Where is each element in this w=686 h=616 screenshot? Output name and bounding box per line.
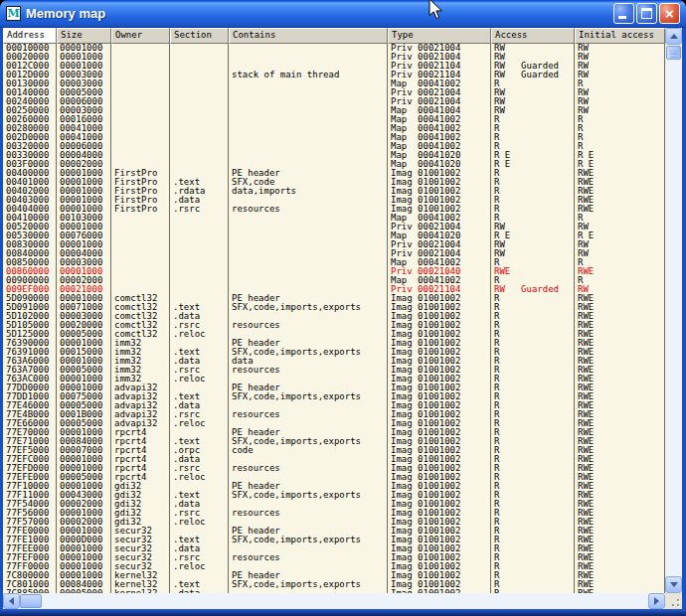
cell-initial-access: RWE [575, 375, 665, 384]
column-header-initial-access[interactable]: Initial access [575, 28, 665, 44]
minimize-button[interactable] [613, 3, 634, 24]
column-header-section[interactable]: Section [170, 28, 229, 44]
memory-row[interactable]: 00330000 00004000 Map 00041020 R E R E [3, 151, 665, 160]
cell-type: Imag 01001002 [388, 169, 491, 178]
memory-row[interactable]: 77EF5000 00007000 rpcrt4 .orpc code Imag… [3, 446, 665, 455]
memory-row[interactable]: 00130000 00003000 Map 00041002 R R [3, 79, 665, 88]
memory-row[interactable]: 77F11000 00043000 gdi32 .text SFX,code,i… [3, 491, 665, 500]
cell-section: .text [170, 491, 229, 500]
column-header-type[interactable]: Type [388, 28, 491, 44]
cell-access: R [491, 473, 575, 482]
column-header-owner[interactable]: Owner [111, 28, 170, 44]
memory-row[interactable]: 00401000 00001000 FirstPro .text SFX,cod… [3, 178, 665, 187]
memory-row[interactable]: 0012D000 00003000 stack of main thread P… [3, 71, 665, 79]
cell-size: 00075000 [57, 392, 111, 401]
scroll-up-button[interactable] [665, 28, 682, 45]
scroll-left-button[interactable] [3, 593, 20, 609]
memory-row[interactable]: 00860000 00001000 Priv 00021040 RWE RWE [3, 267, 665, 276]
memory-row[interactable]: 77E4B000 0001B000 advapi32 .rsrc resourc… [3, 410, 665, 419]
memory-row[interactable]: 00403000 00001000 FirstPro .data Imag 01… [3, 196, 665, 205]
cell-size: 00001000 [57, 294, 111, 303]
resize-grip[interactable] [665, 593, 682, 609]
memory-row[interactable]: 7C800000 00001000 kernel32 PE header Ima… [3, 571, 665, 580]
cell-section: .data [170, 455, 229, 464]
column-header-size[interactable]: Size [57, 28, 111, 44]
horizontal-scroll-thumb[interactable] [20, 594, 42, 608]
memory-row[interactable]: 77F57000 00002000 gdi32 .reloc Imag 0100… [3, 518, 665, 527]
memory-row[interactable]: 5D105000 00020000 comctl32 .rsrc resourc… [3, 321, 665, 330]
vertical-scroll-thumb[interactable] [666, 46, 681, 60]
cell-address: 763AC000 [3, 375, 57, 384]
memory-row[interactable]: 00402000 00001000 FirstPro .rdata data,i… [3, 187, 665, 196]
memory-row[interactable]: 77EFD000 00001000 rpcrt4 .rsrc resources… [3, 464, 665, 473]
memory-row[interactable]: 77E46000 00005000 advapi32 .data Imag 01… [3, 401, 665, 410]
memory-row[interactable]: 77F56000 00001000 gdi32 .rsrc resources … [3, 509, 665, 518]
maximize-button[interactable] [636, 3, 657, 24]
cell-owner [111, 133, 170, 142]
memory-row[interactable]: 763A6000 00001000 imm32 .data data Imag … [3, 357, 665, 366]
scroll-down-button[interactable] [665, 576, 682, 593]
memory-row[interactable]: 00400000 00001000 FirstPro PE header Ima… [3, 169, 665, 178]
memory-row[interactable]: 77FEE000 00001000 secur32 .data Imag 010… [3, 544, 665, 553]
memory-row[interactable]: 77FE1000 0000D000 secur32 .text SFX,code… [3, 536, 665, 544]
memory-row[interactable]: 00250000 00003000 Map 00041004 RW RW [3, 106, 665, 115]
cell-type: Imag 01001002 [388, 482, 491, 491]
memory-row[interactable]: 763A7000 00005000 imm32 .rsrc resources … [3, 366, 665, 375]
memory-row[interactable]: 002D0000 00041000 Map 00041002 R R [3, 133, 665, 142]
memory-row[interactable]: 7C801000 00084000 kernel32 .text SFX,cod… [3, 580, 665, 589]
memory-row[interactable]: 77FF0000 00001000 secur32 .reloc Imag 01… [3, 562, 665, 571]
column-header-address[interactable]: Address [3, 28, 57, 44]
cell-access: RW Guarded [491, 62, 575, 71]
memory-row[interactable]: 00410000 00103000 Map 00041002 R R [3, 214, 665, 223]
memory-row[interactable]: 5D102000 00003000 comctl32 .data Imag 01… [3, 312, 665, 321]
close-button[interactable]: × [659, 3, 680, 24]
memory-row[interactable]: 77FE0000 00001000 secur32 PE header Imag… [3, 527, 665, 536]
memory-row[interactable]: 00900000 00002000 Map 00041002 R R [3, 276, 665, 285]
memory-row[interactable]: 00260000 00016000 Map 00041002 R R [3, 115, 665, 124]
column-header-access[interactable]: Access [491, 28, 575, 44]
memory-row[interactable]: 00280000 00041000 Map 00041002 R R [3, 124, 665, 133]
cell-size: 00006000 [57, 142, 111, 151]
memory-row[interactable]: 77EFC000 00001000 rpcrt4 .data Imag 0100… [3, 455, 665, 464]
memory-row[interactable]: 00240000 00006000 Priv 00021004 RW RW [3, 97, 665, 106]
memory-row[interactable]: 77E71000 00084000 rpcrt4 .text SFX,code,… [3, 437, 665, 446]
memory-row[interactable]: 5D090000 00001000 comctl32 PE header Ima… [3, 294, 665, 303]
memory-row[interactable]: 00520000 00001000 Priv 00021004 RW RW [3, 223, 665, 231]
memory-row[interactable]: 77E70000 00001000 rpcrt4 PE header Imag … [3, 428, 665, 437]
memory-row[interactable]: 77E66000 00005000 advapi32 .reloc Imag 0… [3, 419, 665, 428]
memory-row[interactable]: 5D125000 00005000 comctl32 .reloc Imag 0… [3, 330, 665, 339]
title-bar[interactable]: M Memory map × [0, 0, 686, 28]
memory-row[interactable]: 00840000 00004000 Priv 00021004 RW RW [3, 249, 665, 258]
memory-row[interactable]: 76390000 00001000 imm32 PE header Imag 0… [3, 339, 665, 348]
cell-address: 77E71000 [3, 437, 57, 446]
memory-row[interactable]: 76391000 00015000 imm32 .text SFX,code,i… [3, 348, 665, 357]
vertical-scrollbar[interactable] [665, 28, 682, 593]
horizontal-scrollbar[interactable] [3, 593, 665, 609]
scroll-right-button[interactable] [648, 593, 665, 609]
memory-row[interactable]: 00850000 00003000 Map 00041002 R R [3, 258, 665, 267]
cell-type: Priv 00021004 [388, 223, 491, 231]
memory-row[interactable]: 5D091000 00071000 comctl32 .text SFX,cod… [3, 303, 665, 312]
cell-contains: SFX,code,imports,exports [229, 580, 388, 589]
memory-row[interactable]: 77DD1000 00075000 advapi32 .text SFX,cod… [3, 392, 665, 401]
memory-row[interactable]: 77F10000 00001000 gdi32 PE header Imag 0… [3, 482, 665, 491]
memory-row[interactable]: 00320000 00006000 Map 00041002 R R [3, 142, 665, 151]
memory-row[interactable]: 0012C000 00001000 Priv 00021104 RW Guard… [3, 62, 665, 71]
memory-row[interactable]: 00530000 00076000 Map 00041020 R E R E [3, 231, 665, 240]
memory-row[interactable]: 009EF000 00021000 Priv 00021104 RW Guard… [3, 285, 665, 294]
memory-row[interactable]: 77DD0000 00001000 advapi32 PE header Ima… [3, 384, 665, 392]
memory-row[interactable]: 00010000 00001000 Priv 00021004 RW RW [3, 44, 665, 53]
cell-address: 003F0000 [3, 160, 57, 169]
memory-row[interactable]: 003F0000 00002000 Map 00041020 R E R E [3, 160, 665, 169]
memory-row[interactable]: 00404000 00001000 FirstPro .rsrc resourc… [3, 205, 665, 214]
column-header-contains[interactable]: Contains [229, 28, 388, 44]
memory-row[interactable]: 77EFE000 00005000 rpcrt4 .reloc Imag 010… [3, 473, 665, 482]
memory-row[interactable]: 77FEF000 00001000 secur32 .rsrc resource… [3, 553, 665, 562]
memory-row[interactable]: 00830000 00001000 Priv 00021004 RW RW [3, 240, 665, 249]
cell-type: Map 00041002 [388, 142, 491, 151]
memory-row[interactable]: 763AC000 00001000 imm32 .reloc Imag 0100… [3, 375, 665, 384]
memory-row[interactable]: 00140000 00005000 Priv 00021004 RW RW [3, 88, 665, 97]
memory-row[interactable]: 77F54000 00002000 gdi32 .data Imag 01001… [3, 500, 665, 509]
memory-row[interactable]: 00020000 00001000 Priv 00021004 RW RW [3, 53, 665, 62]
cell-section: .orpc [170, 446, 229, 455]
